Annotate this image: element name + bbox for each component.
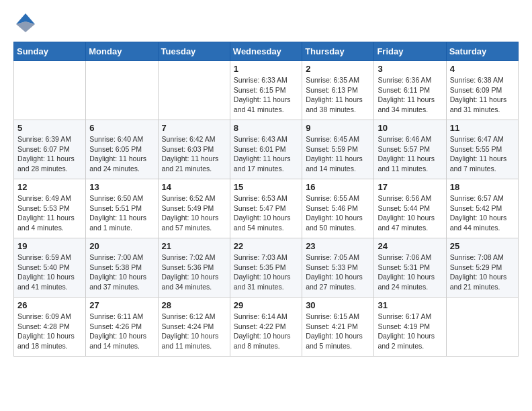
weekday-header-saturday: Saturday <box>446 42 518 61</box>
day-info: Sunrise: 7:00 AM Sunset: 5:38 PM Dayligh… <box>89 253 154 292</box>
day-info: Sunrise: 6:59 AM Sunset: 5:40 PM Dayligh… <box>17 253 82 292</box>
calendar-cell: 18Sunrise: 6:57 AM Sunset: 5:42 PM Dayli… <box>446 179 518 238</box>
calendar-cell: 17Sunrise: 6:56 AM Sunset: 5:44 PM Dayli… <box>374 179 446 238</box>
calendar-cell <box>158 61 230 120</box>
day-info: Sunrise: 6:33 AM Sunset: 6:15 PM Dayligh… <box>234 75 298 115</box>
calendar-cell <box>14 61 86 120</box>
day-number: 30 <box>306 300 370 310</box>
calendar-cell: 16Sunrise: 6:55 AM Sunset: 5:46 PM Dayli… <box>302 179 374 238</box>
day-info: Sunrise: 6:12 AM Sunset: 4:24 PM Dayligh… <box>162 312 226 351</box>
logo-icon <box>13 11 38 35</box>
page: SundayMondayTuesdayWednesdayThursdayFrid… <box>0 0 532 367</box>
day-info: Sunrise: 7:03 AM Sunset: 5:35 PM Dayligh… <box>234 253 298 292</box>
day-info: Sunrise: 6:57 AM Sunset: 5:42 PM Dayligh… <box>450 193 515 233</box>
weekday-header-monday: Monday <box>86 42 158 61</box>
day-number: 10 <box>378 123 442 133</box>
day-number: 24 <box>378 241 442 251</box>
calendar-week-row: 19Sunrise: 6:59 AM Sunset: 5:40 PM Dayli… <box>14 238 519 298</box>
day-info: Sunrise: 6:53 AM Sunset: 5:47 PM Dayligh… <box>234 193 298 233</box>
calendar-cell: 9Sunrise: 6:45 AM Sunset: 5:59 PM Daylig… <box>302 120 374 179</box>
calendar-cell: 27Sunrise: 6:11 AM Sunset: 4:26 PM Dayli… <box>86 298 158 357</box>
day-info: Sunrise: 6:50 AM Sunset: 5:51 PM Dayligh… <box>89 193 154 233</box>
calendar-cell: 26Sunrise: 6:09 AM Sunset: 4:28 PM Dayli… <box>14 298 86 357</box>
weekday-header-tuesday: Tuesday <box>158 42 230 61</box>
calendar-week-row: 12Sunrise: 6:49 AM Sunset: 5:53 PM Dayli… <box>14 179 519 238</box>
day-info: Sunrise: 6:09 AM Sunset: 4:28 PM Dayligh… <box>17 312 82 351</box>
day-number: 14 <box>162 182 226 192</box>
day-number: 16 <box>306 182 370 192</box>
day-info: Sunrise: 6:17 AM Sunset: 4:19 PM Dayligh… <box>378 312 442 351</box>
calendar-cell: 8Sunrise: 6:43 AM Sunset: 6:01 PM Daylig… <box>230 120 302 179</box>
day-info: Sunrise: 6:15 AM Sunset: 4:21 PM Dayligh… <box>306 312 370 351</box>
day-number: 9 <box>306 123 370 133</box>
day-info: Sunrise: 6:52 AM Sunset: 5:49 PM Dayligh… <box>162 193 226 233</box>
calendar-cell: 15Sunrise: 6:53 AM Sunset: 5:47 PM Dayli… <box>230 179 302 238</box>
calendar-cell: 5Sunrise: 6:39 AM Sunset: 6:07 PM Daylig… <box>14 120 86 179</box>
day-number: 15 <box>234 182 298 192</box>
day-info: Sunrise: 6:56 AM Sunset: 5:44 PM Dayligh… <box>378 193 442 233</box>
calendar-week-row: 5Sunrise: 6:39 AM Sunset: 6:07 PM Daylig… <box>14 120 519 179</box>
day-info: Sunrise: 6:46 AM Sunset: 5:57 PM Dayligh… <box>378 134 442 174</box>
day-number: 4 <box>450 64 515 74</box>
calendar-cell <box>446 298 518 357</box>
calendar-cell: 22Sunrise: 7:03 AM Sunset: 5:35 PM Dayli… <box>230 238 302 298</box>
calendar-week-row: 26Sunrise: 6:09 AM Sunset: 4:28 PM Dayli… <box>14 298 519 357</box>
calendar-cell: 2Sunrise: 6:35 AM Sunset: 6:13 PM Daylig… <box>302 61 374 120</box>
day-number: 3 <box>378 64 442 74</box>
day-info: Sunrise: 7:06 AM Sunset: 5:31 PM Dayligh… <box>378 253 442 292</box>
day-number: 11 <box>450 123 515 133</box>
calendar-cell: 25Sunrise: 7:08 AM Sunset: 5:29 PM Dayli… <box>446 238 518 298</box>
calendar-cell: 7Sunrise: 6:42 AM Sunset: 6:03 PM Daylig… <box>158 120 230 179</box>
calendar-cell: 28Sunrise: 6:12 AM Sunset: 4:24 PM Dayli… <box>158 298 230 357</box>
day-number: 1 <box>234 64 298 74</box>
day-info: Sunrise: 6:35 AM Sunset: 6:13 PM Dayligh… <box>306 75 370 115</box>
day-number: 12 <box>17 182 82 192</box>
day-info: Sunrise: 6:42 AM Sunset: 6:03 PM Dayligh… <box>162 134 226 174</box>
calendar-cell: 29Sunrise: 6:14 AM Sunset: 4:22 PM Dayli… <box>230 298 302 357</box>
logo <box>13 11 40 35</box>
day-info: Sunrise: 6:14 AM Sunset: 4:22 PM Dayligh… <box>234 312 298 351</box>
calendar-cell: 3Sunrise: 6:36 AM Sunset: 6:11 PM Daylig… <box>374 61 446 120</box>
day-info: Sunrise: 6:40 AM Sunset: 6:05 PM Dayligh… <box>89 134 154 174</box>
calendar-table: SundayMondayTuesdayWednesdayThursdayFrid… <box>13 42 519 357</box>
calendar-cell: 19Sunrise: 6:59 AM Sunset: 5:40 PM Dayli… <box>14 238 86 298</box>
day-info: Sunrise: 6:38 AM Sunset: 6:09 PM Dayligh… <box>450 75 515 115</box>
calendar-week-row: 1Sunrise: 6:33 AM Sunset: 6:15 PM Daylig… <box>14 61 519 120</box>
day-number: 27 <box>89 300 154 310</box>
day-number: 5 <box>17 123 82 133</box>
weekday-header-thursday: Thursday <box>302 42 374 61</box>
calendar-cell: 31Sunrise: 6:17 AM Sunset: 4:19 PM Dayli… <box>374 298 446 357</box>
calendar-cell: 4Sunrise: 6:38 AM Sunset: 6:09 PM Daylig… <box>446 61 518 120</box>
calendar-cell: 24Sunrise: 7:06 AM Sunset: 5:31 PM Dayli… <box>374 238 446 298</box>
calendar-cell: 20Sunrise: 7:00 AM Sunset: 5:38 PM Dayli… <box>86 238 158 298</box>
day-info: Sunrise: 6:49 AM Sunset: 5:53 PM Dayligh… <box>17 193 82 233</box>
calendar-cell: 23Sunrise: 7:05 AM Sunset: 5:33 PM Dayli… <box>302 238 374 298</box>
calendar-cell: 11Sunrise: 6:47 AM Sunset: 5:55 PM Dayli… <box>446 120 518 179</box>
weekday-header-wednesday: Wednesday <box>230 42 302 61</box>
day-number: 20 <box>89 241 154 251</box>
calendar-cell <box>86 61 158 120</box>
calendar-cell: 14Sunrise: 6:52 AM Sunset: 5:49 PM Dayli… <box>158 179 230 238</box>
day-info: Sunrise: 6:43 AM Sunset: 6:01 PM Dayligh… <box>234 134 298 174</box>
day-info: Sunrise: 6:39 AM Sunset: 6:07 PM Dayligh… <box>17 134 82 174</box>
day-info: Sunrise: 6:45 AM Sunset: 5:59 PM Dayligh… <box>306 134 370 174</box>
calendar-cell: 6Sunrise: 6:40 AM Sunset: 6:05 PM Daylig… <box>86 120 158 179</box>
day-info: Sunrise: 7:08 AM Sunset: 5:29 PM Dayligh… <box>450 253 515 292</box>
calendar-cell: 13Sunrise: 6:50 AM Sunset: 5:51 PM Dayli… <box>86 179 158 238</box>
day-number: 8 <box>234 123 298 133</box>
day-number: 31 <box>378 300 442 310</box>
day-number: 21 <box>162 241 226 251</box>
weekday-header-row: SundayMondayTuesdayWednesdayThursdayFrid… <box>14 42 519 61</box>
day-number: 18 <box>450 182 515 192</box>
weekday-header-sunday: Sunday <box>14 42 86 61</box>
day-number: 29 <box>234 300 298 310</box>
calendar-cell: 21Sunrise: 7:02 AM Sunset: 5:36 PM Dayli… <box>158 238 230 298</box>
day-info: Sunrise: 6:55 AM Sunset: 5:46 PM Dayligh… <box>306 193 370 233</box>
day-number: 19 <box>17 241 82 251</box>
day-number: 6 <box>89 123 154 133</box>
day-number: 28 <box>162 300 226 310</box>
header <box>13 11 519 35</box>
day-number: 26 <box>17 300 82 310</box>
calendar-cell: 30Sunrise: 6:15 AM Sunset: 4:21 PM Dayli… <box>302 298 374 357</box>
calendar-cell: 10Sunrise: 6:46 AM Sunset: 5:57 PM Dayli… <box>374 120 446 179</box>
